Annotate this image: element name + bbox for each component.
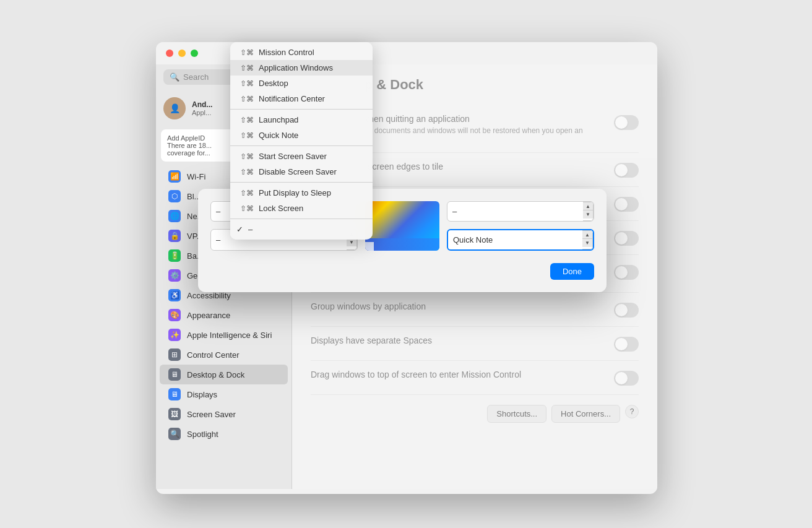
spotlight-icon: 🔍	[168, 428, 181, 440]
toggle-close-windows[interactable]	[614, 115, 639, 130]
menu-item-desktop[interactable]: ⇧⌘ Desktop	[230, 76, 373, 91]
avatar: 👤	[163, 97, 186, 119]
menu-item-label: Launchpad	[259, 115, 298, 124]
menu-kbd: ⇧⌘	[240, 168, 254, 176]
setting-row-drag-top: Drag windows to top of screen to enter M…	[311, 361, 639, 395]
menu-item-lock-screen[interactable]: ⇧⌘ Lock Screen	[230, 201, 373, 216]
setting-label: Group windows by application	[311, 301, 426, 311]
menu-item-label: Start Screen Saver	[259, 152, 327, 161]
corner-bottom-right-value: Quick Note	[448, 230, 582, 249]
menu-item-mission-control[interactable]: ⇧⌘ Mission Control	[230, 45, 373, 60]
sidebar-item-label: Displays	[187, 390, 217, 399]
menu-item-put-display-sleep[interactable]: ⇧⌘ Put Display to Sleep	[230, 185, 373, 201]
search-placeholder: Search	[183, 72, 209, 82]
help-button[interactable]: ?	[625, 405, 639, 418]
sidebar-item-appearance[interactable]: 🎨 Appearance	[160, 305, 288, 325]
toggle-separate-spaces[interactable]	[614, 337, 639, 352]
stepper-down[interactable]: ▼	[583, 210, 593, 219]
stepper-up[interactable]: ▲	[582, 231, 592, 239]
stepper-down[interactable]: ▼	[582, 239, 592, 247]
menu-item-launchpad[interactable]: ⇧⌘ Launchpad	[230, 112, 373, 128]
corner-top-right-value: –	[447, 202, 583, 221]
setting-row-separate-spaces: Displays have separate Spaces	[311, 327, 639, 361]
menu-item-checked-dash[interactable]: ✓ –	[230, 222, 373, 237]
wallpaper-thumbnail	[365, 201, 439, 251]
sidebar-item-label: Control Center	[187, 350, 240, 360]
menu-item-label: Mission Control	[259, 48, 314, 57]
menu-item-notification-center[interactable]: ⇧⌘ Notification Center	[230, 91, 373, 106]
menu-kbd: ⇧⌘	[240, 189, 254, 197]
network-icon: 🌐	[168, 210, 181, 222]
sidebar-item-label: Wi-Fi	[187, 172, 205, 181]
corner-badge	[365, 242, 374, 251]
stepper-bottom-right[interactable]: ▲ ▼	[582, 230, 593, 249]
sidebar-item-control-center[interactable]: ⊞ Control Center	[160, 345, 288, 365]
menu-kbd: ⇧⌘	[240, 95, 254, 103]
displays-icon: 🖥	[168, 388, 181, 400]
menu-separator-2	[230, 145, 373, 146]
shortcuts-button[interactable]: Shortcuts...	[487, 405, 546, 423]
dialog-footer: Done	[210, 263, 594, 280]
battery-icon: 🔋	[168, 249, 181, 262]
menu-kbd: ⇧⌘	[240, 131, 254, 140]
sidebar-item-label: Screen Saver	[187, 410, 236, 419]
menu-item-label: Notification Center	[259, 94, 325, 103]
bottom-buttons: Shortcuts... Hot Corners... ?	[311, 395, 639, 433]
control-center-icon: ⊞	[168, 348, 181, 361]
menu-separator	[230, 109, 373, 110]
menu-kbd: ⇧⌘	[240, 79, 254, 88]
sidebar-item-apple-intelligence[interactable]: ✨ Apple Intelligence & Siri	[160, 325, 288, 345]
sidebar-item-screen-saver[interactable]: 🖼 Screen Saver	[160, 404, 288, 424]
user-sub: Appl...	[192, 109, 212, 116]
toggle-hold-key[interactable]	[614, 231, 639, 246]
menu-item-application-windows[interactable]: ⇧⌘ Application Windows	[230, 60, 373, 76]
menu-item-start-screen-saver[interactable]: ⇧⌘ Start Screen Saver	[230, 149, 373, 164]
minimize-button[interactable]	[178, 50, 186, 57]
bluetooth-icon: ⬡	[168, 190, 181, 202]
traffic-lights	[166, 50, 198, 57]
toggle-group-windows[interactable]	[614, 303, 639, 318]
menu-item-quick-note[interactable]: ⇧⌘ Quick Note	[230, 128, 373, 143]
menu-item-disable-screen-saver[interactable]: ⇧⌘ Disable Screen Saver	[230, 164, 373, 180]
sidebar-item-label: Apple Intelligence & Siri	[187, 331, 272, 340]
menu-item-label: Desktop	[259, 79, 288, 88]
menu-separator-4	[230, 219, 373, 219]
menu-kbd: ⇧⌘	[240, 64, 254, 72]
close-button[interactable]	[166, 50, 173, 57]
wifi-icon: 📶	[168, 170, 181, 183]
menu-item-label: –	[248, 225, 253, 234]
menu-kbd: ⇧⌘	[240, 204, 254, 213]
wallpaper-gradient	[365, 201, 439, 251]
sidebar-item-desktop-dock[interactable]: 🖥 Desktop & Dock	[160, 365, 288, 384]
toggle-drag-top[interactable]	[614, 371, 639, 386]
context-menu: ⇧⌘ Mission Control ⇧⌘ Application Window…	[230, 42, 373, 240]
sidebar-item-displays[interactable]: 🖥 Displays	[160, 384, 288, 404]
stepper-top-right[interactable]: ▲ ▼	[583, 202, 594, 221]
screen-saver-icon: 🖼	[168, 408, 181, 420]
vpn-icon: 🔒	[168, 230, 181, 242]
toggle-switch-space[interactable]	[614, 265, 639, 280]
sidebar-item-spotlight[interactable]: 🔍 Spotlight	[160, 424, 288, 444]
menu-item-label: Lock Screen	[259, 204, 303, 213]
menu-item-label: Put Display to Sleep	[259, 188, 331, 197]
appearance-icon: 🎨	[168, 309, 181, 321]
toggle-drag-menu-bar[interactable]	[614, 197, 639, 212]
sidebar-item-label: Desktop & Dock	[187, 370, 244, 379]
done-button[interactable]: Done	[550, 263, 594, 280]
menu-item-label: Application Windows	[259, 63, 333, 72]
corner-bottom-right[interactable]: Quick Note ▲ ▼	[447, 229, 594, 251]
apple-intelligence-icon: ✨	[168, 329, 181, 341]
menu-kbd: ⇧⌘	[240, 48, 254, 57]
accessibility-icon: ♿	[168, 289, 181, 301]
hot-corners-button[interactable]: Hot Corners...	[551, 405, 620, 423]
maximize-button[interactable]	[191, 50, 198, 57]
setting-row-group-windows: Group windows by application	[311, 293, 639, 327]
corner-top-right[interactable]: – ▲ ▼	[447, 201, 594, 222]
menu-item-label: Disable Screen Saver	[259, 167, 337, 176]
toggle-drag-edges[interactable]	[614, 163, 639, 178]
menu-kbd: ⇧⌘	[240, 152, 254, 161]
user-info: And... Appl...	[192, 100, 212, 116]
menu-item-label: Quick Note	[259, 131, 298, 140]
general-icon: ⚙️	[168, 269, 181, 282]
stepper-up[interactable]: ▲	[583, 202, 593, 210]
